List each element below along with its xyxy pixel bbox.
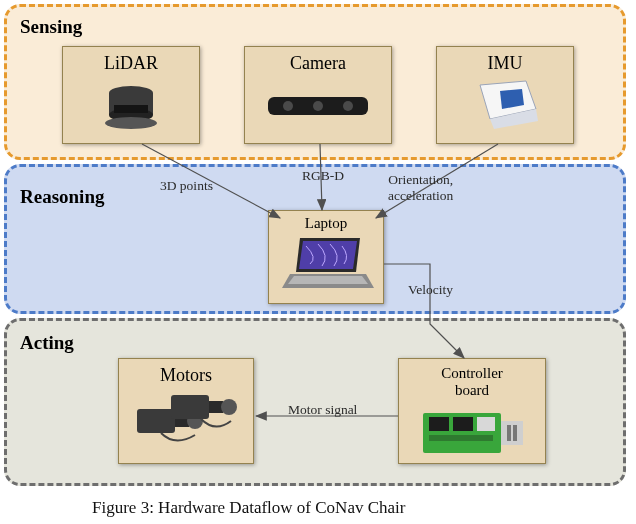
node-lidar-title: LiDAR [63, 47, 199, 78]
section-label-acting: Acting [20, 332, 74, 354]
svg-rect-16 [137, 409, 175, 433]
node-camera: Camera [244, 46, 392, 144]
node-motors: Motors [118, 358, 254, 464]
svg-rect-19 [171, 395, 209, 419]
imu-icon [437, 78, 573, 134]
node-camera-title: Camera [245, 47, 391, 78]
node-lidar: LiDAR [62, 46, 200, 144]
svg-point-8 [343, 101, 353, 111]
node-controller: Controller board [398, 358, 546, 464]
section-label-sensing: Sensing [20, 16, 82, 38]
node-imu-title: IMU [437, 47, 573, 78]
section-label-reasoning: Reasoning [20, 186, 104, 208]
svg-rect-24 [453, 417, 473, 431]
svg-point-7 [313, 101, 323, 111]
node-motors-title: Motors [119, 359, 253, 390]
svg-marker-13 [299, 241, 357, 269]
node-laptop-title: Laptop [269, 211, 383, 236]
svg-rect-3 [114, 105, 148, 113]
figure-caption: Figure 3: Hardware Dataflow of CoNav Cha… [92, 498, 405, 518]
svg-rect-20 [209, 401, 223, 413]
svg-rect-29 [513, 425, 517, 441]
lidar-icon [63, 78, 199, 134]
svg-rect-26 [477, 417, 495, 431]
svg-point-6 [283, 101, 293, 111]
diagram-canvas: { "sections": { "sensing": {"label":"Sen… [0, 0, 636, 524]
motors-icon [119, 390, 253, 456]
svg-rect-28 [507, 425, 511, 441]
camera-icon [245, 78, 391, 134]
svg-point-21 [221, 399, 237, 415]
node-controller-title: Controller board [399, 359, 545, 404]
svg-rect-27 [501, 421, 523, 445]
node-imu: IMU [436, 46, 574, 144]
svg-rect-23 [429, 417, 449, 431]
svg-point-4 [105, 117, 157, 129]
laptop-icon [269, 236, 383, 292]
controller-board-icon [399, 404, 545, 462]
svg-rect-25 [429, 435, 493, 441]
svg-marker-15 [288, 276, 368, 284]
node-laptop: Laptop [268, 210, 384, 304]
